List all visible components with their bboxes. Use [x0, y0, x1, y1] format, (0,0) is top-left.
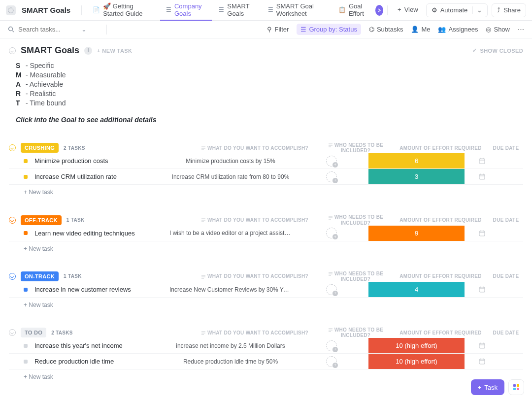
cell-who[interactable]	[295, 284, 368, 295]
task-row[interactable]: Increase CRM utilization rate Increase C…	[9, 169, 523, 185]
new-task-header-button[interactable]: + NEW TASK	[97, 48, 132, 54]
status-square-icon[interactable]	[24, 288, 28, 292]
automate-button[interactable]: ⚙ Automate ⌄	[426, 3, 488, 17]
cell-due-date[interactable]	[465, 358, 499, 365]
add-view-button[interactable]: +View	[392, 0, 424, 21]
add-assignee-button[interactable]	[326, 228, 337, 238]
col-header-accomplish[interactable]: WHAT DO YOU WANT TO ACCOMPLISH?	[191, 145, 319, 151]
next-views-button[interactable]	[375, 5, 383, 16]
task-name[interactable]: Increase in new customer reviews	[34, 286, 166, 293]
task-name[interactable]: Reduce production idle time	[34, 358, 166, 365]
show-closed-button[interactable]: ✓SHOW CLOSED	[472, 47, 523, 54]
task-name[interactable]: Learn new video editing techniques	[34, 230, 166, 237]
col-header-who[interactable]: WHO NEEDS TO BE INCLUDED?	[319, 214, 393, 225]
col-header-effort[interactable]: AMOUNT OF EFFORT REQUIRED	[393, 217, 489, 223]
status-pill[interactable]: CRUSHING	[21, 143, 59, 153]
share-button[interactable]: ⤴ Share	[492, 3, 526, 17]
cell-due-date[interactable]	[465, 157, 499, 165]
col-header-accomplish[interactable]: WHAT DO YOU WANT TO ACCOMPLISH?	[191, 273, 319, 279]
task-row[interactable]: Reduce production idle time Reduce produ…	[9, 354, 523, 369]
show-button[interactable]: ◎Show	[486, 26, 510, 33]
cell-accomplish[interactable]: Reduce production idle time by 50%	[166, 358, 295, 365]
cell-who[interactable]	[295, 356, 368, 367]
assignees-button[interactable]: 👥Assignees	[438, 26, 478, 33]
group-collapse-toggle[interactable]	[9, 217, 16, 224]
task-name[interactable]: Minimize production costs	[34, 157, 166, 165]
cell-accomplish[interactable]: increase net income by 2.5 Million Dolla…	[166, 342, 295, 349]
add-assignee-button[interactable]	[326, 156, 337, 167]
status-square-icon[interactable]	[24, 175, 28, 179]
new-task-fab[interactable]: +Task	[471, 379, 504, 395]
col-header-effort[interactable]: AMOUNT OF EFFORT REQUIRED	[393, 330, 489, 335]
cell-who[interactable]	[295, 171, 368, 182]
status-square-icon[interactable]	[24, 231, 28, 235]
col-header-due[interactable]: DUE DATE	[489, 273, 523, 279]
group-collapse-toggle[interactable]	[9, 273, 16, 280]
add-assignee-button[interactable]	[326, 171, 337, 182]
cell-who[interactable]	[295, 228, 368, 238]
me-button[interactable]: 👤Me	[411, 26, 430, 33]
task-name[interactable]: Increase this year's net income	[34, 342, 166, 349]
group-by-button[interactable]: ☰Group by: Status	[297, 24, 361, 35]
cell-accomplish[interactable]: I wish to be a video editor or a project…	[166, 230, 295, 236]
col-header-effort[interactable]: AMOUNT OF EFFORT REQUIRED	[393, 273, 489, 279]
status-pill[interactable]: TO DO	[21, 328, 46, 337]
filter-button[interactable]: ⚲Filter	[267, 26, 289, 33]
chevron-down-icon[interactable]: ⌄	[81, 26, 87, 33]
group-collapse-toggle[interactable]	[9, 144, 16, 151]
cell-due-date[interactable]	[465, 173, 499, 180]
col-header-effort[interactable]: AMOUNT OF EFFORT REQUIRED	[393, 145, 489, 151]
more-button[interactable]: ⋯	[518, 26, 524, 33]
col-header-due[interactable]: DUE DATE	[489, 217, 523, 223]
info-icon[interactable]: i	[84, 47, 92, 55]
cell-accomplish[interactable]: Increase New Customer Reviews by 30% Yea…	[166, 286, 295, 293]
subtasks-button[interactable]: ⌬Subtasks	[369, 26, 403, 33]
cell-effort[interactable]: 3	[368, 169, 465, 184]
collapse-toggle[interactable]	[9, 47, 16, 54]
cell-effort[interactable]: 9	[368, 226, 465, 241]
cell-accomplish[interactable]: Increase CRM utilization rate from 80 to…	[166, 173, 295, 180]
cell-due-date[interactable]	[465, 230, 499, 237]
tab-smart-goals[interactable]: ☰SMART Goals	[213, 0, 261, 21]
chevron-down-icon[interactable]: ⌄	[472, 6, 482, 14]
new-task-button[interactable]: + New task	[9, 298, 523, 308]
task-name[interactable]: Increase CRM utilization rate	[34, 173, 166, 180]
task-row[interactable]: Learn new video editing techniques I wis…	[9, 226, 523, 241]
cell-effort[interactable]: 6	[368, 153, 465, 168]
status-pill[interactable]: OFF-TRACK	[21, 215, 62, 225]
status-pill[interactable]: ON-TRACK	[21, 271, 59, 281]
group-collapse-toggle[interactable]	[9, 329, 16, 336]
cell-accomplish[interactable]: Minimize production costs by 15%	[166, 158, 295, 165]
col-header-due[interactable]: DUE DATE	[489, 330, 523, 335]
status-square-icon[interactable]	[24, 344, 28, 348]
cell-due-date[interactable]	[465, 342, 499, 349]
task-row[interactable]: Increase in new customer reviews Increas…	[9, 282, 523, 298]
col-header-accomplish[interactable]: WHAT DO YOU WANT TO ACCOMPLISH?	[191, 330, 319, 335]
col-header-who[interactable]: WHO NEEDS TO BE INCLUDED?	[319, 327, 393, 338]
status-square-icon[interactable]	[24, 360, 28, 364]
tab-worksheet[interactable]: ☰SMART Goal Worksheet	[262, 0, 332, 21]
col-header-who[interactable]: WHO NEEDS TO BE INCLUDED?	[319, 142, 393, 153]
cell-effort[interactable]: 4	[368, 282, 465, 297]
add-assignee-button[interactable]	[326, 356, 337, 367]
col-header-accomplish[interactable]: WHAT DO YOU WANT TO ACCOMPLISH?	[191, 217, 319, 223]
tab-company-goals[interactable]: ☰Company Goals	[160, 0, 212, 21]
tab-goal-effort[interactable]: 📋Goal Effort	[332, 0, 374, 21]
col-header-who[interactable]: WHO NEEDS TO BE INCLUDED?	[319, 271, 393, 282]
cell-effort[interactable]: 10 (high effort)	[368, 338, 465, 353]
task-row[interactable]: Minimize production costs Minimize produ…	[9, 153, 523, 169]
add-assignee-button[interactable]	[326, 284, 337, 295]
cell-effort[interactable]: 10 (high effort)	[368, 354, 465, 369]
cell-who[interactable]	[295, 340, 368, 351]
col-header-due[interactable]: DUE DATE	[489, 145, 523, 151]
add-assignee-button[interactable]	[326, 340, 337, 351]
apps-button[interactable]	[508, 379, 524, 395]
new-task-button[interactable]: + New task	[9, 241, 523, 252]
tab-getting-started[interactable]: 📄🚀 Getting Started Guide	[87, 0, 159, 21]
cell-who[interactable]	[295, 156, 368, 167]
status-square-icon[interactable]	[24, 159, 28, 163]
new-task-button[interactable]: + New task	[9, 369, 523, 380]
cell-due-date[interactable]	[465, 286, 499, 293]
task-row[interactable]: Increase this year's net income increase…	[9, 338, 523, 354]
new-task-button[interactable]: + New task	[9, 185, 523, 196]
